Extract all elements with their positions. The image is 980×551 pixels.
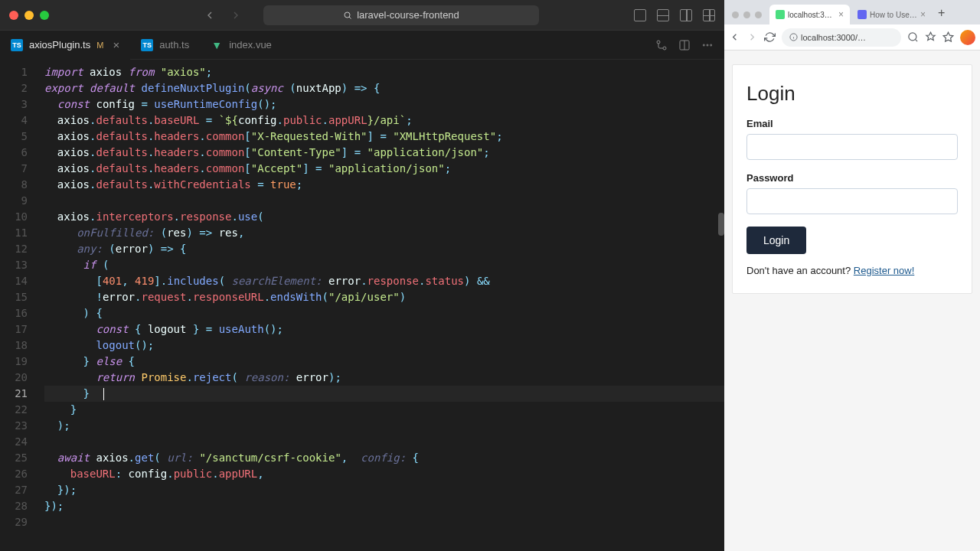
tab-label: auth.ts xyxy=(159,39,189,51)
titlebar: laravel-course-frontend xyxy=(0,0,724,31)
maximize-window-icon[interactable] xyxy=(40,11,49,20)
svg-point-7 xyxy=(707,44,708,46)
compare-icon[interactable] xyxy=(655,39,668,51)
favicon-icon xyxy=(776,10,785,19)
split-icon[interactable] xyxy=(678,39,691,51)
back-icon[interactable] xyxy=(204,9,216,21)
back-icon[interactable] xyxy=(729,31,740,43)
tab-label: axiosPlugin.ts xyxy=(29,39,90,51)
project-search[interactable]: laravel-course-frontend xyxy=(263,5,539,25)
zoom-icon[interactable] xyxy=(907,31,919,43)
ide-window: laravel-course-frontend TS axiosPlugin.t… xyxy=(0,0,724,551)
browser-actions xyxy=(907,30,975,45)
ts-icon: TS xyxy=(141,39,153,51)
browser-tab-label: localhost:30… xyxy=(788,11,835,19)
bookmark-icon[interactable] xyxy=(942,31,954,43)
profile-avatar[interactable] xyxy=(960,30,975,45)
browser-viewport: Login Email Password Login Don't have an… xyxy=(724,51,980,551)
password-field[interactable] xyxy=(746,188,958,214)
layout-icon-3[interactable] xyxy=(680,9,692,21)
close-icon[interactable]: × xyxy=(113,38,119,51)
register-link[interactable]: Register now! xyxy=(854,265,914,276)
search-icon xyxy=(343,11,352,20)
svg-point-0 xyxy=(345,12,350,18)
tab-axiosplugin[interactable]: TS axiosPlugin.ts M × xyxy=(0,31,130,60)
forward-icon[interactable] xyxy=(230,9,242,21)
browser-toolbar: localhost:3000/… xyxy=(724,24,980,51)
info-icon xyxy=(789,33,798,41)
login-button[interactable]: Login xyxy=(746,227,806,254)
code-editor[interactable]: 1234567891011121314151617181920212223242… xyxy=(0,60,724,551)
svg-line-13 xyxy=(915,39,917,41)
email-field[interactable] xyxy=(746,134,958,160)
nav-buttons xyxy=(204,9,242,21)
tab-actions xyxy=(655,39,724,51)
modified-badge: M xyxy=(96,41,103,50)
layout-icon-4[interactable] xyxy=(703,9,715,21)
svg-marker-14 xyxy=(943,32,953,41)
code-area[interactable]: import axios from "axios";export default… xyxy=(44,60,724,551)
browser-tab-howto[interactable]: How to Use l… × xyxy=(851,5,932,24)
email-label: Email xyxy=(746,118,958,129)
forward-icon[interactable] xyxy=(746,31,758,43)
register-text: Don't have an account? xyxy=(746,265,854,276)
password-label: Password xyxy=(746,172,958,184)
dot-icon[interactable] xyxy=(755,11,762,18)
login-card: Login Email Password Login Don't have an… xyxy=(732,64,972,294)
browser-window-controls xyxy=(729,11,768,24)
url-bar[interactable]: localhost:3000/… xyxy=(782,28,901,47)
close-icon[interactable]: × xyxy=(920,9,926,20)
ts-icon: TS xyxy=(11,39,23,51)
dot-icon[interactable] xyxy=(732,11,739,18)
register-prompt: Don't have an account? Register now! xyxy=(746,265,958,276)
login-title: Login xyxy=(746,82,958,106)
close-icon[interactable]: × xyxy=(838,9,844,20)
url-text: localhost:3000/… xyxy=(801,33,866,42)
close-window-icon[interactable] xyxy=(9,11,18,20)
tab-index[interactable]: ▼ index.vue xyxy=(200,31,283,59)
window-controls xyxy=(9,11,49,20)
layout-icon-2[interactable] xyxy=(657,9,669,21)
dot-icon[interactable] xyxy=(743,11,750,18)
scroll-thumb[interactable] xyxy=(718,213,724,236)
svg-point-2 xyxy=(657,41,660,44)
favicon-icon xyxy=(858,10,867,19)
extensions-icon[interactable] xyxy=(925,31,936,43)
layout-icon-1[interactable] xyxy=(634,9,646,21)
tab-label: index.vue xyxy=(229,39,272,51)
svg-line-1 xyxy=(349,17,351,19)
minimize-window-icon[interactable] xyxy=(24,11,34,20)
browser-tab-localhost[interactable]: localhost:30… × xyxy=(769,5,850,24)
svg-point-6 xyxy=(703,44,704,46)
more-icon[interactable] xyxy=(701,39,714,51)
new-tab-button[interactable]: + xyxy=(933,6,949,24)
reload-icon[interactable] xyxy=(764,31,776,43)
browser-tabbar: localhost:30… × How to Use l… × + xyxy=(724,0,980,24)
svg-point-12 xyxy=(909,33,916,41)
browser-tab-label: How to Use l… xyxy=(870,11,917,19)
line-gutter: 1234567891011121314151617181920212223242… xyxy=(0,60,44,551)
vue-icon: ▼ xyxy=(211,39,223,51)
browser-window: localhost:30… × How to Use l… × + localh… xyxy=(724,0,980,551)
svg-point-3 xyxy=(663,47,666,50)
svg-point-8 xyxy=(710,44,712,46)
tab-auth[interactable]: TS auth.ts xyxy=(130,31,200,59)
minimap[interactable] xyxy=(718,60,724,551)
project-name: laravel-course-frontend xyxy=(357,9,459,21)
layout-icons xyxy=(634,9,715,21)
editor-tabbar: TS axiosPlugin.ts M × TS auth.ts ▼ index… xyxy=(0,31,724,60)
